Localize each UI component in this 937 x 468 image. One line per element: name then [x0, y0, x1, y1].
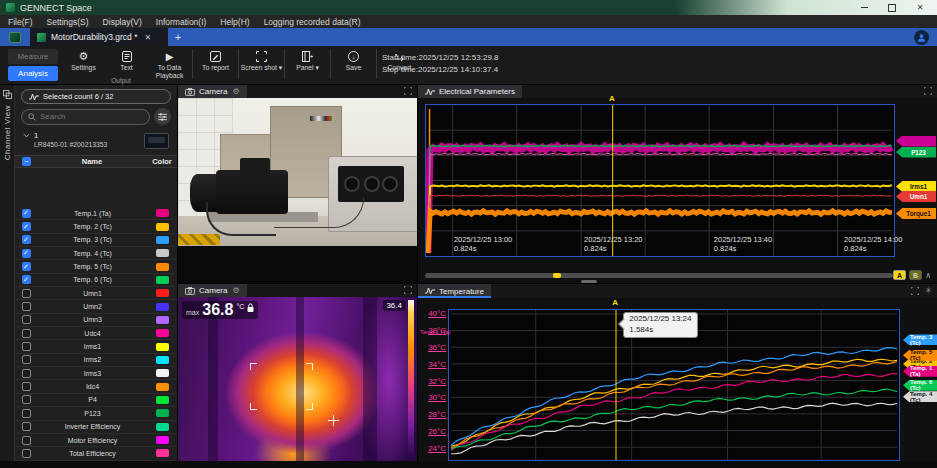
sun-icon[interactable]: ✳ [925, 287, 932, 295]
channel-color-swatch[interactable] [156, 383, 169, 391]
channel-row[interactable]: Irms1 [15, 340, 177, 353]
channel-checkbox[interactable] [22, 315, 31, 324]
toolbar-button-panel-[interactable]: Panel ▾ [286, 47, 329, 81]
channel-checkbox[interactable]: ✓ [22, 249, 31, 258]
channel-color-swatch[interactable] [156, 303, 169, 311]
series-tag-P123[interactable]: P123 [896, 147, 936, 158]
channel-row[interactable]: ✓Temp. 4 (Tc) [15, 247, 177, 260]
measure-mode-button[interactable]: Measure [8, 49, 58, 64]
channel-row[interactable]: Umn2 [15, 300, 177, 313]
channel-color-swatch[interactable] [156, 223, 169, 231]
channel-checkbox[interactable]: ✓ [22, 262, 31, 271]
minimize-icon[interactable] [859, 3, 869, 12]
series-tag-temp-5-tc-[interactable]: Temp. 5 (Tc) [903, 350, 937, 361]
channel-row[interactable]: ✓Temp. 2 (Tc) [15, 220, 177, 233]
channel-row[interactable]: ✓Temp. 3 (Tc) [15, 234, 177, 247]
channel-row[interactable]: Total Efficiency [15, 447, 177, 460]
channel-color-swatch[interactable] [156, 356, 169, 364]
channel-checkbox[interactable] [22, 449, 31, 458]
channel-color-swatch[interactable] [156, 436, 169, 444]
toolbar-button-settings[interactable]: ⚙Settings [62, 47, 105, 81]
cursor-b-button[interactable]: B [909, 270, 922, 280]
menu-item-4[interactable]: Help(H) [220, 17, 249, 27]
toolbar-button-text[interactable]: Text [105, 47, 148, 81]
channel-checkbox[interactable]: ✓ [22, 235, 31, 244]
channel-color-swatch[interactable] [156, 409, 169, 417]
account-avatar[interactable] [914, 30, 929, 45]
document-tab[interactable]: MotorDurability3.grcd * ✕ [30, 28, 168, 46]
channel-row[interactable]: ✓Temp. 6 (Tc) [15, 274, 177, 287]
series-tag-temp-4-tc-[interactable]: Temp. 4 (Tc) [903, 391, 937, 402]
channel-row[interactable]: Umn3 [15, 314, 177, 327]
channel-checkbox[interactable] [22, 422, 31, 431]
temperature-tab[interactable]: Temperature [418, 284, 491, 298]
thermal-camera-tab[interactable]: Camera ⚙ [178, 284, 247, 297]
thermal-settings-gear-icon[interactable]: ⚙ [232, 286, 239, 295]
temperature-chart[interactable]: A40°C38°C36°C34°C32°C30°C28°C26°C24°C22°… [418, 298, 937, 462]
channel-checkbox[interactable]: ✓ [22, 275, 31, 284]
channel-color-swatch[interactable] [156, 209, 169, 217]
maximize-icon[interactable] [887, 3, 897, 12]
filter-button[interactable] [154, 108, 171, 125]
cursor-a-button[interactable]: A [893, 270, 906, 280]
channel-checkbox[interactable] [22, 329, 31, 338]
home-tab[interactable] [0, 28, 30, 46]
channel-color-swatch[interactable] [156, 329, 169, 337]
channel-row[interactable]: Udc4 [15, 327, 177, 340]
electrical-chart[interactable]: A2025/12/25 13:000.824s2025/12/25 13:200… [418, 98, 937, 269]
channel-checkbox[interactable] [22, 395, 31, 404]
expand-icon[interactable] [404, 286, 412, 294]
channel-color-swatch[interactable] [156, 343, 169, 351]
camera-settings-gear-icon[interactable]: ⚙ [232, 87, 239, 96]
channel-checkbox[interactable] [22, 382, 31, 391]
expand-icon[interactable] [924, 87, 932, 95]
series-tag-Torque1[interactable]: Torque1 [896, 208, 936, 219]
time-scrollbar[interactable] [425, 273, 893, 278]
channel-row[interactable]: Irms2 [15, 354, 177, 367]
channel-color-swatch[interactable] [156, 316, 169, 324]
select-all-checkbox[interactable]: − [22, 157, 31, 166]
selected-count-pill[interactable]: Selected count 6 / 32 [21, 89, 171, 104]
expand-icon[interactable] [404, 87, 412, 95]
channel-row[interactable]: Umn1 [15, 287, 177, 300]
toolbar-button-screen-shot-[interactable]: Screen shot ▾ [240, 47, 283, 81]
menu-item-2[interactable]: Display(V) [103, 17, 142, 27]
toolbar-button-to-data-playback[interactable]: ▶To Data Playback [148, 47, 191, 81]
cursor-a-marker[interactable]: A [609, 94, 615, 103]
tab-close-icon[interactable]: ✕ [144, 33, 151, 42]
channel-view-rail[interactable]: Channel View [0, 85, 15, 461]
channel-row[interactable]: Irms3 [15, 367, 177, 380]
channel-checkbox[interactable] [22, 409, 31, 418]
channel-color-swatch[interactable] [156, 449, 169, 457]
toolbar-button-save[interactable]: ↓Save [332, 47, 375, 81]
search-input[interactable] [40, 112, 143, 121]
collapse-chevron-icon[interactable]: ∧ [925, 271, 931, 280]
search-box[interactable] [21, 109, 150, 125]
series-tag-temp-1-ta-[interactable]: Temp. 1 (Ta) [903, 366, 937, 377]
channel-checkbox[interactable]: ✓ [22, 222, 31, 231]
channel-color-swatch[interactable] [156, 276, 169, 284]
menu-item-1[interactable]: Settings(S) [47, 17, 89, 27]
channel-color-swatch[interactable] [156, 369, 169, 377]
menu-item-0[interactable]: File(F) [8, 17, 33, 27]
series-tag-unlabeled[interactable] [896, 136, 936, 147]
channel-color-swatch[interactable] [156, 263, 169, 271]
channel-row[interactable]: Idc4 [15, 380, 177, 393]
channel-row[interactable]: Inverter Efficiency [15, 421, 177, 434]
panel-splitter-handle[interactable] [581, 280, 597, 283]
analysis-mode-button[interactable]: Analysis [8, 66, 58, 81]
toolbar-button-to-report[interactable]: To report [194, 47, 237, 81]
close-icon[interactable]: ✕ [915, 3, 925, 12]
channel-checkbox[interactable] [22, 436, 31, 445]
channel-checkbox[interactable] [22, 289, 31, 298]
channel-checkbox[interactable]: ✓ [22, 209, 31, 218]
channel-color-swatch[interactable] [156, 289, 169, 297]
expand-icon[interactable] [911, 287, 919, 295]
channel-color-swatch[interactable] [156, 396, 169, 404]
menu-item-3[interactable]: Information(I) [156, 17, 207, 27]
channel-row[interactable]: P123 [15, 407, 177, 420]
cursor-a-marker[interactable]: A [612, 298, 618, 307]
channel-checkbox[interactable] [22, 302, 31, 311]
channel-checkbox[interactable] [22, 355, 31, 364]
channel-color-swatch[interactable] [156, 249, 169, 257]
